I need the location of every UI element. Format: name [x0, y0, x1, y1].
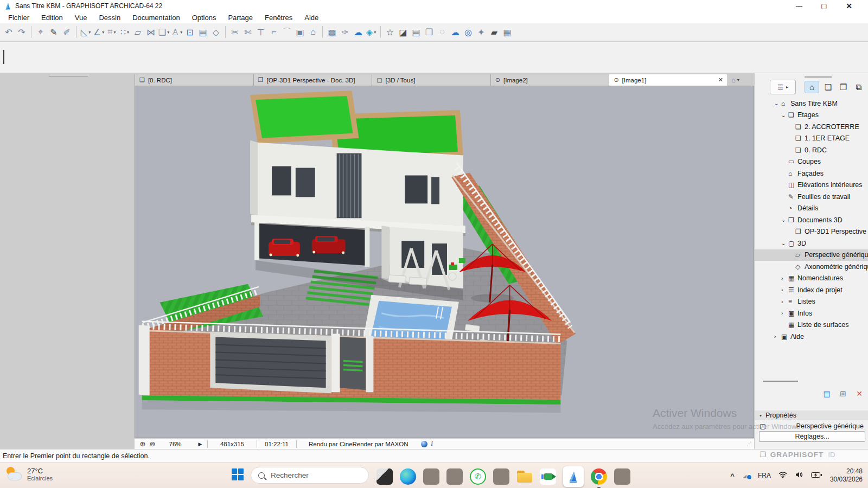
- chevron-down-icon[interactable]: ⌄: [781, 112, 788, 118]
- split-icon[interactable]: ✂: [228, 25, 241, 38]
- view-map-button[interactable]: ❏: [821, 81, 835, 93]
- tree-item-axonometrie-generique[interactable]: ◇Axonométrie génériqu: [755, 261, 868, 273]
- taskbar-app-1[interactable]: [423, 468, 439, 485]
- snap-points-icon[interactable]: ∷▾: [118, 25, 131, 38]
- taskbar-app-edge[interactable]: [400, 468, 416, 485]
- setsquare-icon[interactable]: ◺▾: [79, 25, 92, 38]
- dimension-icon[interactable]: ▤: [196, 25, 209, 38]
- zoom-level[interactable]: 76%: [157, 441, 193, 447]
- tree-item-etages[interactable]: ⌄❏Etages: [755, 110, 868, 121]
- chevron-right-icon[interactable]: ›: [781, 299, 788, 305]
- taskbar-app-4[interactable]: [614, 468, 630, 485]
- chevron-down-icon[interactable]: ⌄: [781, 240, 788, 246]
- taskbar-app-archicad[interactable]: [563, 466, 584, 487]
- mirror-icon[interactable]: ⋈: [144, 25, 157, 38]
- tree-item-rdc[interactable]: ❏0. RDC: [755, 144, 868, 156]
- tree-item-aide[interactable]: ›▣Aide: [755, 331, 868, 343]
- tree-item-nomenclatures[interactable]: ›▦Nomenclatures: [755, 273, 868, 285]
- tree-item-feuilles-de-travail[interactable]: ✎Feuilles de travail: [755, 191, 868, 203]
- tab-op3d1-perspective[interactable]: ❐ [OP-3D1 Perspective - Doc. 3D]: [254, 74, 373, 86]
- start-button[interactable]: [232, 468, 244, 480]
- settings-button[interactable]: Réglages...: [759, 431, 865, 442]
- battery-icon[interactable]: [811, 472, 822, 480]
- project-map-button[interactable]: ⌂: [805, 81, 819, 93]
- tray-expand-icon[interactable]: ^: [730, 472, 735, 480]
- project-chooser-button[interactable]: ☰ ▸: [770, 80, 796, 94]
- coordinates-icon[interactable]: ⌗▾: [105, 25, 118, 38]
- paste-properties-icon[interactable]: ❐: [423, 25, 436, 38]
- taskbar-search[interactable]: [251, 467, 369, 484]
- tree-item-infos[interactable]: ›▣Infos: [755, 307, 868, 319]
- tab-image1[interactable]: ⊙ [Image1] ✕: [609, 74, 728, 86]
- menu-vue[interactable]: Vue: [69, 14, 93, 22]
- render-frame-icon[interactable]: ◪: [397, 25, 410, 38]
- lasso-icon[interactable]: ◌: [436, 25, 449, 38]
- menu-fenetres[interactable]: Fenêtres: [259, 14, 298, 22]
- chevron-down-icon[interactable]: ⌄: [781, 217, 788, 223]
- cloud-note-icon[interactable]: ☁: [352, 25, 365, 38]
- garage-gate[interactable]: [210, 332, 373, 394]
- cloud-library-icon[interactable]: ☁: [449, 25, 462, 38]
- graphisoft-id-button[interactable]: ❐ GRAPHISOFT ID: [760, 451, 835, 459]
- menu-options[interactable]: Options: [186, 14, 222, 22]
- close-button[interactable]: ✕: [845, 2, 853, 10]
- extend-icon[interactable]: ⊤: [254, 25, 267, 38]
- taskbar-app-meet[interactable]: [540, 468, 556, 485]
- chevron-right-icon[interactable]: ›: [781, 310, 788, 316]
- menu-dessin[interactable]: Dessin: [93, 14, 126, 22]
- tree-item-3d[interactable]: ⌄▢3D: [755, 237, 868, 249]
- fillet-icon[interactable]: ⌒: [280, 25, 293, 38]
- tree-item-coupes[interactable]: ▭Coupes: [755, 156, 868, 168]
- profile-icon[interactable]: ♙▾: [170, 25, 183, 38]
- tree-item-documents-3d[interactable]: ⌄❐Documents 3D: [755, 214, 868, 226]
- taskbar-app-whatsapp[interactable]: ✆: [470, 468, 486, 485]
- taskbar-app-explorer[interactable]: [516, 468, 533, 485]
- parameter-pickup-icon[interactable]: ✐: [60, 25, 73, 38]
- tree-item-elevations-interieures[interactable]: ◫Elévations intérieures: [755, 179, 868, 191]
- publisher-button[interactable]: ⧉: [851, 81, 866, 93]
- favorites-icon[interactable]: ☆: [384, 25, 397, 38]
- menu-partage[interactable]: Partage: [222, 14, 259, 22]
- language-indicator[interactable]: FRA: [758, 472, 771, 479]
- palette-handle[interactable]: [805, 76, 832, 78]
- delete-icon[interactable]: ✕: [853, 388, 865, 399]
- tree-item-details[interactable]: ◔Détails: [755, 203, 868, 215]
- taskbar-app-3[interactable]: [493, 468, 509, 485]
- guide-lines-icon[interactable]: ∠▾: [92, 25, 105, 38]
- wifi-icon[interactable]: [778, 471, 787, 480]
- tab-overview-button[interactable]: ⌂ ▾: [731, 75, 739, 85]
- resize-grip[interactable]: ⋰: [746, 441, 752, 447]
- zoom-in-icon[interactable]: ⊕: [138, 440, 148, 448]
- weather-widget[interactable]: 27°C Eclaircies: [5, 466, 53, 482]
- door-window-icon[interactable]: ▣: [293, 25, 307, 38]
- tree-item-perspective-generique[interactable]: ▱Perspective générique: [755, 249, 868, 261]
- trace-reference-icon[interactable]: ❏▾: [157, 25, 170, 38]
- freehand-icon[interactable]: ✑: [339, 25, 352, 38]
- volume-icon[interactable]: [795, 471, 803, 480]
- roof-icon[interactable]: ⌂: [307, 25, 320, 38]
- tree-item-1er-etage[interactable]: ❏1. 1ER ETAGE: [755, 133, 868, 145]
- surface-painter-icon[interactable]: ✦: [475, 25, 488, 38]
- marquee-icon[interactable]: ◇: [209, 25, 222, 38]
- tab-3d-tous[interactable]: ▢ [3D / Tous]: [372, 74, 491, 86]
- undo-icon[interactable]: ↶: [2, 25, 15, 38]
- tree-item-facades[interactable]: ⌂Façades: [755, 168, 868, 179]
- taskbar-app-chrome[interactable]: [591, 468, 607, 485]
- tab-image2[interactable]: ⊙ [Image2]: [491, 74, 610, 86]
- brush-icon[interactable]: ▰: [488, 25, 501, 38]
- taskbar-app-2[interactable]: [446, 468, 463, 485]
- tab-0-rdc[interactable]: ❏ [0. RDC]: [135, 74, 254, 86]
- layout-book-button[interactable]: ❐: [836, 81, 851, 93]
- chevron-right-icon[interactable]: ›: [774, 333, 781, 339]
- building-materials-icon[interactable]: ▦: [501, 25, 514, 38]
- onedrive-icon[interactable]: ☁: [742, 471, 750, 480]
- chevron-down-icon[interactable]: ⌄: [774, 100, 781, 106]
- viewport-3d[interactable]: [135, 86, 754, 438]
- clock-widget[interactable]: 20:48 30/03/2026: [830, 467, 863, 484]
- tree-item-listes[interactable]: ›≡Listes: [755, 296, 868, 308]
- properties-section-header[interactable]: ▾ Propriétés: [755, 410, 868, 420]
- minimize-button[interactable]: —: [795, 2, 803, 10]
- chevron-right-icon[interactable]: ›: [781, 287, 788, 293]
- tree-item-op-3d1-perspective[interactable]: ❐OP-3D1 Perspective - D: [755, 226, 868, 238]
- camera-settings-icon[interactable]: ◎: [462, 25, 475, 38]
